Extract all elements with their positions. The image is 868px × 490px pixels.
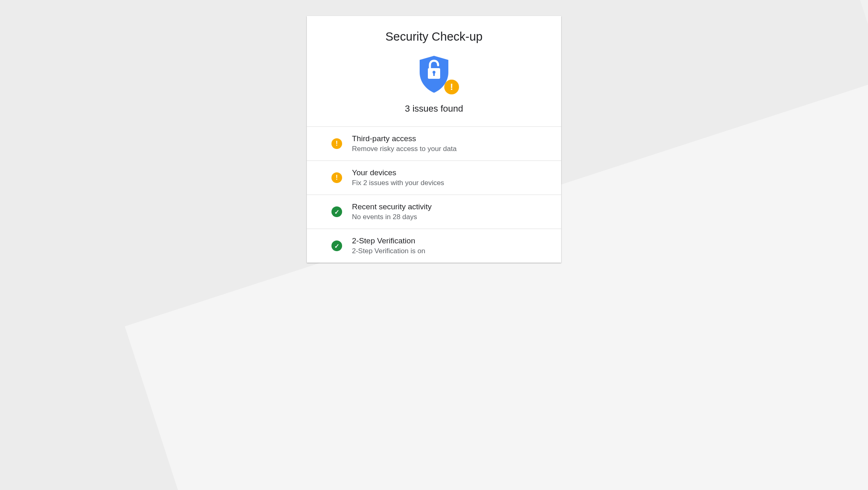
item-title: Recent security activity	[352, 202, 432, 211]
item-text: Recent security activity No events in 28…	[352, 202, 432, 221]
item-text: Your devices Fix 2 issues with your devi…	[352, 168, 444, 187]
item-subtitle: 2-Step Verification is on	[352, 247, 425, 255]
exclamation-glyph: !	[336, 140, 338, 147]
security-item-recent-activity[interactable]: ✓ Recent security activity No events in …	[307, 195, 561, 229]
exclamation-glyph: !	[336, 174, 338, 181]
security-item-two-step-verification[interactable]: ✓ 2-Step Verification 2-Step Verificatio…	[307, 229, 561, 263]
security-item-your-devices[interactable]: ! Your devices Fix 2 issues with your de…	[307, 161, 561, 195]
ok-status-icon: ✓	[331, 240, 342, 251]
exclamation-glyph: !	[450, 82, 453, 92]
item-title: 2-Step Verification	[352, 236, 425, 245]
item-title: Your devices	[352, 168, 444, 177]
ok-status-icon: ✓	[331, 206, 342, 217]
item-text: Third-party access Remove risky access t…	[352, 134, 457, 153]
card-header: Security Check-up !	[307, 16, 561, 127]
item-subtitle: No events in 28 days	[352, 213, 432, 221]
shield-illustration: !	[317, 55, 551, 94]
issues-found-text: 3 issues found	[317, 103, 551, 114]
item-text: 2-Step Verification 2-Step Verification …	[352, 236, 425, 255]
svg-rect-2	[433, 73, 435, 76]
warning-badge-icon: !	[444, 80, 459, 94]
checkmark-glyph: ✓	[334, 209, 340, 215]
item-subtitle: Remove risky access to your data	[352, 145, 457, 153]
item-title: Third-party access	[352, 134, 457, 143]
security-checkup-card: Security Check-up !	[307, 16, 561, 263]
checkmark-glyph: ✓	[334, 243, 340, 249]
card-title: Security Check-up	[317, 30, 551, 44]
warning-status-icon: !	[331, 138, 342, 149]
warning-status-icon: !	[331, 172, 342, 183]
item-subtitle: Fix 2 issues with your devices	[352, 179, 444, 187]
shield-wrap: !	[415, 55, 453, 94]
security-item-third-party-access[interactable]: ! Third-party access Remove risky access…	[307, 127, 561, 161]
